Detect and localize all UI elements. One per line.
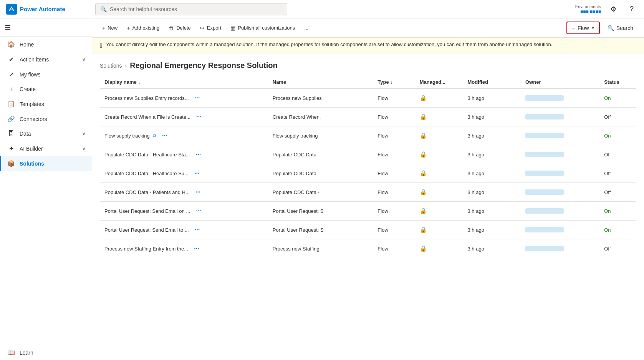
action-items-icon: ✔	[7, 56, 15, 63]
cell-status-6: On	[599, 202, 636, 221]
sidebar-item-home[interactable]: 🏠 Home	[0, 37, 92, 52]
name-text-4: Populate CDC Data -	[273, 171, 320, 176]
lock-icon: 🔒	[420, 151, 427, 158]
cell-modified-1: 3 h ago	[463, 108, 521, 126]
add-existing-label: Add existing	[132, 25, 159, 31]
row-more-button-7[interactable]: ···	[192, 224, 203, 235]
solutions-table: Display name ↓ Name Type ↓	[100, 76, 636, 258]
sidebar-hamburger[interactable]: ☰	[0, 18, 92, 37]
display-name-cell-0: Process new Supplies Entry records... ··…	[104, 93, 263, 103]
sidebar-item-solutions[interactable]: 📦 Solutions	[0, 156, 92, 171]
col-display-name-label: Display name	[104, 79, 137, 85]
sidebar-item-home-label: Home	[20, 41, 86, 48]
sidebar-item-data[interactable]: 🗄 Data ∨	[0, 126, 92, 141]
status-text-3: Off	[604, 152, 611, 158]
table-row: Flow supply tracking ⧉ ··· Flow supply t…	[100, 126, 636, 145]
table-row: Portal User Request: Send Email to ... ·…	[100, 221, 636, 239]
row-more-button-0[interactable]: ···	[192, 93, 203, 103]
sidebar-item-connectors[interactable]: 🔗 Connectors	[0, 111, 92, 126]
search-button[interactable]: 🔍 Search	[603, 23, 638, 33]
row-more-button-1[interactable]: ···	[194, 111, 204, 122]
col-header-type[interactable]: Type ↓	[373, 76, 415, 88]
cell-type-3: Flow	[373, 145, 415, 164]
help-button[interactable]: ?	[626, 3, 638, 15]
type-text-7: Flow	[377, 227, 388, 233]
modified-text-3: 3 h ago	[468, 152, 484, 158]
cell-status-4: Off	[599, 164, 636, 183]
add-existing-button[interactable]: + Add existing	[123, 23, 163, 33]
col-managed-label: Managed...	[420, 79, 445, 85]
type-text-6: Flow	[377, 208, 388, 214]
owner-blurred-${i}	[525, 227, 564, 232]
sidebar-item-data-label: Data	[20, 131, 78, 137]
col-header-status: Status	[599, 76, 636, 88]
name-text-2: Flow supply tracking	[273, 133, 318, 139]
publish-button[interactable]: ▦ Publish all customizations	[227, 23, 299, 33]
settings-button[interactable]: ⚙	[607, 3, 619, 15]
col-header-display-name[interactable]: Display name ↓	[100, 76, 268, 88]
owner-blurred-${i}	[525, 114, 564, 119]
delete-button[interactable]: 🗑 Delete	[165, 23, 195, 33]
row-more-button-6[interactable]: ···	[193, 206, 204, 216]
global-search-box[interactable]: 🔍	[95, 3, 287, 15]
row-more-button-3[interactable]: ···	[193, 149, 204, 160]
sidebar-item-templates[interactable]: 📋 Templates	[0, 96, 92, 111]
more-options-button[interactable]: ...	[300, 23, 312, 33]
content-area: + New + Add existing 🗑 Delete ↦ Export ▦…	[92, 18, 644, 360]
more-options-label: ...	[304, 25, 308, 31]
table-row: Portal User Request: Send Email on ... ·…	[100, 202, 636, 221]
sidebar-item-my-flows[interactable]: ↗ My flows	[0, 67, 92, 82]
name-text-1: Create Record When.	[273, 114, 321, 120]
modified-text-5: 3 h ago	[468, 189, 484, 195]
display-name-cell-8: Process new Staffing Entry from the... ·…	[104, 243, 263, 254]
new-label: New	[108, 25, 118, 31]
cell-display-name-8: Process new Staffing Entry from the... ·…	[100, 239, 268, 258]
environments-label: Environments	[575, 4, 601, 9]
row-more-button-2[interactable]: ···	[159, 130, 170, 141]
app-logo: Power Automate	[6, 4, 91, 15]
status-text-4: Off	[604, 171, 611, 176]
modified-text-7: 3 h ago	[468, 227, 484, 233]
learn-icon: 📖	[7, 349, 15, 356]
flow-filter-button[interactable]: ≡ Flow ∨	[566, 22, 599, 34]
col-header-owner: Owner	[521, 76, 599, 88]
environment-selector[interactable]: Environments ■■■ ■■■■	[575, 4, 601, 14]
status-text-0: On	[604, 95, 611, 101]
sidebar-item-learn-label: Learn	[20, 350, 86, 356]
global-search-input[interactable]	[110, 6, 282, 12]
sidebar-item-ai-builder[interactable]: ✦ AI Builder ∨	[0, 141, 92, 156]
row-more-button-5[interactable]: ···	[193, 187, 204, 197]
display-name-cell-7: Portal User Request: Send Email to ... ·…	[104, 224, 263, 235]
display-name-cell-3: Populate CDC Data - Healthcare Sta... ··…	[104, 149, 263, 160]
name-text-8: Process new Staffing	[273, 246, 320, 252]
owner-blurred-${i}	[525, 95, 564, 101]
hamburger-icon: ☰	[5, 23, 11, 32]
sidebar-item-create[interactable]: + Create	[0, 82, 92, 96]
cell-type-6: Flow	[373, 202, 415, 221]
create-icon: +	[7, 86, 15, 93]
sidebar-item-action-items[interactable]: ✔ Action items ∨	[0, 52, 92, 67]
info-banner-text: You cannot directly edit the components …	[106, 41, 552, 47]
col-modified-label: Modified	[468, 79, 488, 85]
row-more-button-8[interactable]: ···	[191, 243, 202, 254]
data-icon: 🗄	[7, 130, 15, 137]
ai-builder-chevron-icon: ∨	[82, 146, 86, 151]
table-body: Process new Supplies Entry records... ··…	[100, 88, 636, 258]
display-name-text-0: Process new Supplies Entry records...	[104, 95, 189, 101]
cell-owner-0	[521, 88, 599, 108]
action-items-chevron-icon: ∨	[82, 57, 86, 62]
table-row: Process new Supplies Entry records... ··…	[100, 88, 636, 108]
row-more-button-4[interactable]: ···	[192, 168, 202, 179]
flow-filter-icon: ≡	[572, 25, 575, 31]
name-text-0: Process new Supplies	[273, 95, 322, 101]
breadcrumb-parent-link[interactable]: Solutions	[100, 63, 122, 69]
new-button[interactable]: + New	[98, 23, 121, 33]
modified-text-0: 3 h ago	[468, 95, 484, 101]
cell-managed-8: 🔒	[415, 239, 463, 258]
export-button[interactable]: ↦ Export	[196, 23, 225, 33]
svg-rect-0	[6, 4, 17, 15]
sidebar-item-learn[interactable]: 📖 Learn	[0, 345, 92, 360]
cell-name-8: Process new Staffing	[268, 239, 373, 258]
cell-type-1: Flow	[373, 108, 415, 126]
cell-modified-3: 3 h ago	[463, 145, 521, 164]
